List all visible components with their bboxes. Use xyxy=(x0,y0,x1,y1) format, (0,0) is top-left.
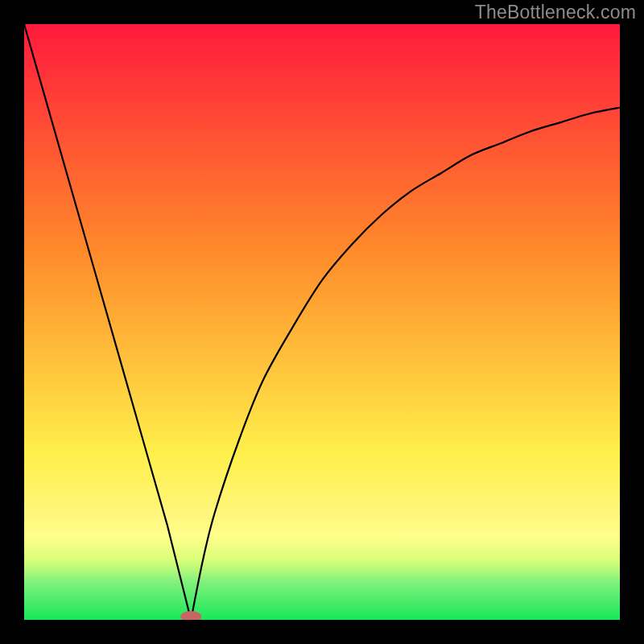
watermark-text: TheBottleneck.com xyxy=(475,2,636,23)
bottleneck-chart xyxy=(24,24,620,620)
chart-frame: TheBottleneck.com xyxy=(0,0,644,644)
heat-gradient-rect xyxy=(24,24,620,620)
